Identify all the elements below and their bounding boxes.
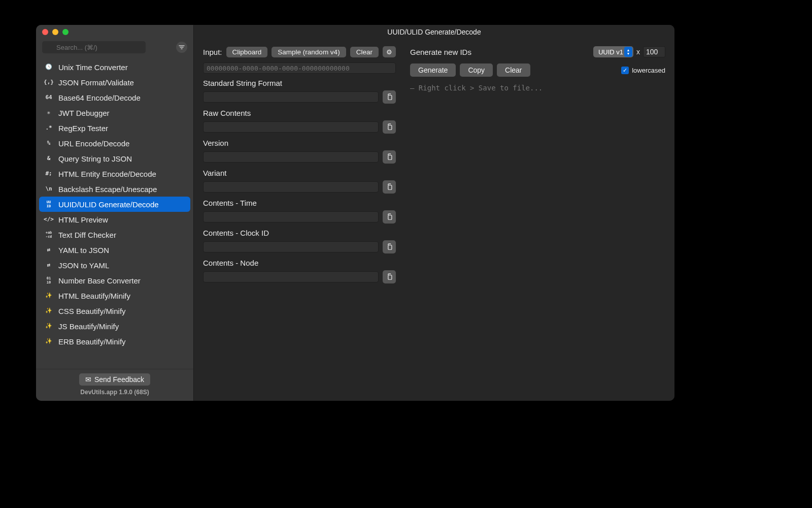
tool-icon: ✨ — [44, 337, 53, 346]
close-window-button[interactable] — [42, 29, 48, 35]
clear-input-button[interactable]: Clear — [350, 47, 379, 57]
svg-rect-10 — [388, 245, 391, 250]
sidebar-item-unix-time-converter[interactable]: 🕓Unix Time Converter — [39, 59, 190, 75]
svg-rect-9 — [388, 215, 391, 220]
copy-icon — [386, 183, 393, 190]
sidebar-item-erb-beautify-minify[interactable]: ✨ERB Beautify/Minify — [39, 334, 190, 349]
clipboard-button[interactable]: Clipboard — [226, 47, 268, 57]
sidebar-item-regexp-tester[interactable]: .*RegExp Tester — [39, 120, 190, 136]
sidebar-item-backslash-escape-unescape[interactable]: \nBackslash Escape/Unescape — [39, 181, 190, 197]
copy-field-button[interactable] — [383, 180, 396, 194]
sidebar-item-text-diff-checker[interactable]: +ab -cdText Diff Checker — [39, 227, 190, 242]
app-version-label: DevUtils.app 1.9.0 (68S) — [36, 389, 193, 396]
generate-button[interactable]: Generate — [410, 64, 456, 77]
sidebar-item-html-entity-encode-decode[interactable]: #;HTML Entity Encode/Decode — [39, 166, 190, 181]
tool-icon: ✨ — [44, 306, 53, 315]
maximize-window-button[interactable] — [62, 29, 69, 35]
copy-icon — [386, 273, 393, 280]
sidebar-item-label: Base64 Encode/Decode — [58, 93, 141, 102]
tool-icon: ✨ — [44, 291, 53, 300]
sidebar-item-json-format-validate[interactable]: {,}JSON Format/Validate — [39, 75, 190, 90]
sidebar-item-json-to-yaml[interactable]: ⇄JSON to YAML — [39, 258, 190, 273]
send-feedback-label: Send Feedback — [94, 375, 144, 384]
generate-heading: Generate new IDs — [410, 48, 471, 56]
sidebar-item-label: Unix Time Converter — [58, 63, 128, 72]
sidebar-item-label: JS Beautify/Minify — [58, 322, 119, 331]
app-window: 🕓Unix Time Converter{,}JSON Format/Valid… — [36, 25, 674, 401]
tool-icon: ⇄ — [44, 261, 53, 270]
tool-icon: +ab -cd — [44, 230, 53, 239]
decoder-column: Input: Clipboard Sample (random v4) Clea… — [203, 46, 396, 401]
tool-icon: </> — [44, 215, 53, 224]
sidebar-item-label: JWT Debugger — [58, 109, 110, 117]
sidebar-item-label: URL Encode/Decode — [58, 139, 129, 148]
send-feedback-button[interactable]: ✉︎ Send Feedback — [79, 373, 150, 386]
decoded-field-input[interactable] — [203, 151, 379, 163]
tool-icon: #; — [44, 169, 53, 178]
clear-output-button[interactable]: Clear — [497, 64, 530, 77]
uuid-type-select[interactable]: UUID v1 ▲▼ — [593, 46, 633, 57]
copy-icon — [386, 93, 393, 101]
check-icon: ✓ — [621, 67, 629, 74]
lowercased-checkbox[interactable]: ✓ lowercased — [621, 67, 665, 74]
decoded-field-input[interactable] — [203, 241, 379, 252]
field-label: Contents - Node — [203, 259, 396, 267]
sidebar-item-base64-encode-decode[interactable]: 64Base64 Encode/Decode — [39, 90, 190, 105]
tool-list: 🕓Unix Time Converter{,}JSON Format/Valid… — [36, 57, 193, 369]
sidebar-item-label: Query String to JSON — [58, 154, 132, 163]
sample-button[interactable]: Sample (random v4) — [272, 47, 346, 57]
copy-field-button[interactable] — [383, 210, 396, 224]
sidebar-item-number-base-converter[interactable]: 01 10Number Base Converter — [39, 273, 190, 288]
uuid-input[interactable] — [203, 62, 396, 74]
tool-icon: 64 — [44, 93, 53, 102]
decoded-field-input[interactable] — [203, 211, 379, 223]
copy-field-button[interactable] — [383, 90, 396, 104]
copy-field-button[interactable] — [383, 240, 396, 253]
copy-output-button[interactable]: Copy — [460, 64, 493, 77]
decoded-field-input[interactable] — [203, 91, 379, 103]
sidebar-item-query-string-to-json[interactable]: &Query String to JSON — [39, 151, 190, 166]
minimize-window-button[interactable] — [52, 29, 58, 35]
sidebar-item-js-beautify-minify[interactable]: ✨JS Beautify/Minify — [39, 319, 190, 334]
filter-button[interactable] — [176, 42, 187, 53]
page-title: UUID/ULID Generate/Decode — [194, 25, 674, 39]
copy-field-button[interactable] — [383, 150, 396, 164]
tool-icon: UU ID — [44, 200, 53, 209]
svg-rect-8 — [388, 185, 391, 190]
copy-icon — [386, 123, 393, 131]
count-input[interactable] — [643, 46, 665, 57]
copy-field-button[interactable] — [383, 120, 396, 134]
generator-column: Generate new IDs UUID v1 ▲▼ x Generate C… — [410, 46, 665, 401]
copy-icon — [386, 213, 393, 220]
tool-icon: \n — [44, 184, 53, 194]
tool-icon: & — [44, 154, 53, 163]
sidebar-item-label: Backslash Escape/Unescape — [58, 185, 157, 194]
sidebar-item-label: Number Base Converter — [58, 276, 141, 285]
decoded-field-input[interactable] — [203, 121, 379, 133]
sidebar-item-yaml-to-json[interactable]: ⇄YAML to JSON — [39, 242, 190, 258]
svg-rect-7 — [388, 155, 391, 160]
settings-button[interactable]: ⚙ — [383, 46, 396, 57]
sidebar-item-url-encode-decode[interactable]: %URL Encode/Decode — [39, 136, 190, 151]
sidebar-item-label: Text Diff Checker — [58, 231, 116, 239]
sidebar-item-html-preview[interactable]: </>HTML Preview — [39, 212, 190, 227]
search-input[interactable] — [42, 41, 146, 53]
decoded-field-input[interactable] — [203, 181, 379, 193]
sidebar-item-label: HTML Beautify/Minify — [58, 292, 130, 300]
field-label: Contents - Time — [203, 199, 396, 207]
copy-field-button[interactable] — [383, 270, 396, 283]
svg-rect-11 — [388, 275, 391, 280]
tool-icon: ✳︎ — [44, 108, 53, 117]
sidebar-item-label: CSS Beautify/Minify — [58, 307, 126, 315]
sidebar-item-html-beautify-minify[interactable]: ✨HTML Beautify/Minify — [39, 288, 190, 303]
tool-icon: 01 10 — [44, 276, 53, 285]
tool-icon: .* — [44, 123, 53, 133]
field-label: Variant — [203, 169, 396, 177]
input-label: Input: — [203, 48, 222, 56]
svg-rect-5 — [388, 96, 391, 100]
decoded-field-input[interactable] — [203, 271, 379, 282]
sidebar-item-uuid-ulid-generate-decode[interactable]: UU IDUUID/ULID Generate/Decode — [39, 197, 190, 212]
sidebar-item-jwt-debugger[interactable]: ✳︎JWT Debugger — [39, 105, 190, 120]
sidebar-item-css-beautify-minify[interactable]: ✨CSS Beautify/Minify — [39, 303, 190, 319]
sidebar-item-label: RegExp Tester — [58, 124, 108, 133]
